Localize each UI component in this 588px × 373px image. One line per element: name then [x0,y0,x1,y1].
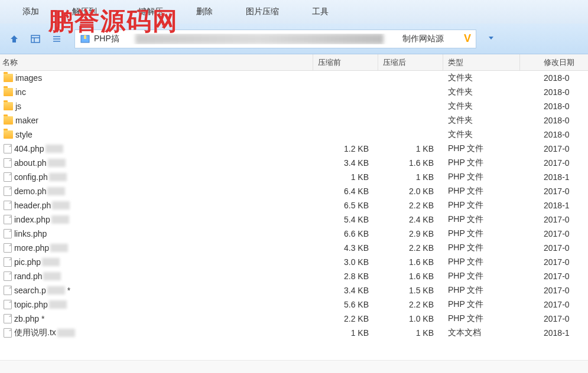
cell-after: 1.6 KB [378,257,443,267]
cell-type: 文件夹 [443,87,520,97]
file-row[interactable]: search.p *3.4 KB1.5 KBPHP 文件2017-0 [0,283,588,297]
cell-date: 2017-0 [520,158,588,168]
file-row[interactable]: 使用说明.tx1 KB1 KB文本文档2018-1 [0,326,588,340]
cell-after: 2.0 KB [378,186,443,196]
cell-date: 2018-1 [520,172,588,182]
censored-blur [50,244,68,252]
col-header-date[interactable]: 修改日期 [520,57,588,68]
cell-type: PHP 文件 [443,172,520,182]
file-row[interactable]: links.php6.6 KB2.9 KBPHP 文件2017-0 [0,227,588,241]
cell-after: 1.6 KB [378,271,443,281]
cell-date: 2017-0 [520,243,588,253]
col-header-type[interactable]: 类型 [443,54,520,70]
cell-after: 1 KB [378,328,443,338]
cell-date: 2017-0 [520,257,588,267]
panel-icon[interactable] [27,31,44,47]
file-row[interactable]: zb.php *2.2 KB1.0 KBPHP 文件2017-0 [0,312,588,326]
file-name: links.php [14,229,47,238]
col-header-name[interactable]: 名称 [0,54,313,70]
cell-after: 1.5 KB [378,286,443,295]
file-row[interactable]: header.ph6.5 KB2.2 KBPHP 文件2018-1 [0,198,588,212]
cell-type: PHP 文件 [443,257,520,267]
cell-before: 3.0 KB [313,257,378,267]
cell-before: 2.2 KB [313,314,378,323]
file-row[interactable]: js文件夹2018-0 [0,99,588,113]
toolbar-add[interactable]: 添加 [6,6,56,17]
file-icon [4,271,12,281]
folder-icon [4,88,13,96]
file-row[interactable]: images文件夹2018-0 [0,71,588,85]
v-badge-icon: V [464,32,471,45]
file-name: topic.php [14,300,48,309]
cell-date: 2018-1 [520,201,588,210]
cell-date: 2017-0 [520,314,588,323]
cell-type: 文件夹 [443,115,520,126]
file-row[interactable]: style文件夹2018-0 [0,127,588,142]
cell-date: 2017-0 [520,144,588,153]
file-row[interactable]: more.php4.3 KB2.2 KBPHP 文件2017-0 [0,241,588,255]
cell-type: PHP 文件 [443,228,520,239]
file-icon [4,300,12,309]
censored-blur [49,300,67,309]
cell-type: 文件夹 [443,129,520,140]
cell-date: 2017-0 [520,186,588,196]
file-name: style [15,130,33,139]
svg-rect-0 [31,35,40,42]
cell-before: 1 KB [313,172,378,182]
cell-after: 1 KB [378,144,443,153]
toolbar-extract-to[interactable]: 解压到 [56,6,113,17]
cell-date: 2018-0 [520,116,588,125]
censored-blur [47,286,65,295]
file-row[interactable]: rand.ph2.8 KB1.6 KBPHP 文件2017-0 [0,269,588,283]
censored-blur [52,201,70,210]
cell-type: 文件夹 [443,73,520,83]
file-row[interactable]: pic.php3.0 KB1.6 KBPHP 文件2017-0 [0,255,588,269]
list-icon[interactable] [48,31,65,47]
file-row[interactable]: topic.php5.6 KB2.2 KBPHP 文件2017-0 [0,297,588,312]
file-icon [4,172,12,182]
censored-blur [47,187,65,195]
cell-type: PHP 文件 [443,186,520,197]
file-row[interactable]: config.ph1 KB1 KBPHP 文件2018-1 [0,170,588,184]
file-name: about.ph [14,158,47,168]
col-header-after[interactable]: 压缩后 [378,54,443,70]
file-row[interactable]: inc文件夹2018-0 [0,85,588,99]
path-input[interactable]: PHP搞 制作网站源 V [74,30,476,48]
cell-type: PHP 文件 [443,200,520,211]
svg-rect-7 [84,35,86,39]
folder-icon [4,130,13,139]
up-icon[interactable] [6,31,22,47]
toolbar-one-click-extract[interactable]: 一键解压 [113,6,180,17]
file-name: demo.ph [14,186,46,196]
cell-after: 1 KB [378,172,443,182]
status-bar [0,360,588,373]
folder-icon [4,74,13,82]
file-name: header.ph [14,201,51,210]
nav-bar: PHP搞 制作网站源 V [0,24,588,54]
cell-after: 2.9 KB [378,229,443,238]
dropdown-icon[interactable] [487,34,495,44]
folder-icon [4,116,13,125]
file-icon [4,286,12,295]
cell-before: 5.6 KB [313,300,378,309]
file-row[interactable]: index.php5.4 KB2.4 KBPHP 文件2017-0 [0,212,588,227]
cell-after: 2.2 KB [378,300,443,309]
col-header-before[interactable]: 压缩前 [313,54,378,70]
file-icon [4,144,12,153]
cell-before: 1 KB [313,328,378,338]
cell-before: 4.3 KB [313,243,378,253]
toolbar-delete[interactable]: 删除 [180,6,229,17]
toolbar-image-compress[interactable]: 图片压缩 [229,6,295,17]
cell-type: PHP 文件 [443,313,520,324]
toolbar-tools[interactable]: 工具 [295,6,345,17]
cell-type: PHP 文件 [443,158,520,168]
column-header-row: 名称 压缩前 压缩后 类型 修改日期 [0,54,588,71]
file-row[interactable]: maker文件夹2018-0 [0,113,588,127]
file-row[interactable]: about.ph3.4 KB1.6 KBPHP 文件2017-0 [0,156,588,170]
file-name: images [15,73,42,83]
file-row[interactable]: 404.php1.2 KB1 KBPHP 文件2017-0 [0,142,588,156]
file-row[interactable]: demo.ph6.4 KB2.0 KBPHP 文件2017-0 [0,184,588,198]
file-name: 404.php [14,144,44,153]
file-name: more.php [14,243,49,253]
cell-before: 3.4 KB [313,286,378,295]
